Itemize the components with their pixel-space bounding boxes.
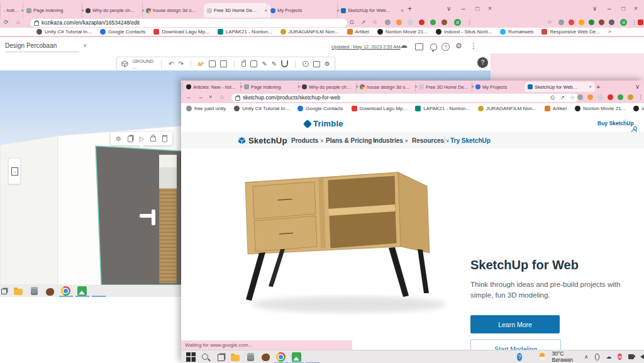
account-icon[interactable] [631, 126, 637, 132]
bookmark[interactable]: Google Contacts [100, 29, 146, 35]
chrome-icon[interactable] [276, 352, 286, 362]
nav-plans-pricing[interactable]: Plans & Pricing∨ [326, 137, 377, 144]
extension-icon[interactable] [430, 20, 436, 25]
menu-kebab-icon[interactable]: ⋮ [638, 94, 643, 100]
start-button[interactable] [186, 352, 196, 362]
buy-sketchup-link[interactable]: Buy SketchUp [597, 120, 634, 126]
database-app-icon[interactable] [247, 353, 254, 361]
fg-tab-house-design[interactable]: house design 3d onli... × [356, 82, 421, 92]
extension-icon[interactable] [628, 94, 633, 100]
backmost-star-icon[interactable]: ☆ [547, 20, 552, 25]
save-doc-icon[interactable] [209, 60, 216, 67]
updated-timestamp[interactable]: Updated : May 12, 2023 2:53 AM [331, 44, 401, 50]
lock-icon[interactable] [242, 62, 247, 67]
object-settings-icon[interactable]: ⚙ [116, 136, 121, 142]
nav-industries[interactable]: Industries∨ [373, 137, 408, 144]
extension-icon[interactable] [577, 94, 583, 100]
maximize-button[interactable]: □ [475, 5, 479, 12]
bookmark[interactable]: JURAGANFILM Non... [280, 29, 339, 35]
sync-tray-icon[interactable] [595, 354, 600, 360]
new-tab-button[interactable]: + [408, 4, 412, 13]
extension-icon[interactable] [558, 20, 564, 25]
bookmark-star-icon[interactable]: ☆ [372, 20, 377, 25]
home-icon[interactable]: ⌂ [220, 94, 223, 100]
backmost-kebab-icon[interactable]: ⋮ [631, 20, 637, 25]
floor-selector[interactable]: GROUND ... [133, 59, 154, 70]
tray-chevron-icon[interactable]: ∧ [584, 354, 589, 360]
gear-icon[interactable]: ⚙ [455, 42, 462, 50]
forward-icon[interactable]: → [197, 94, 203, 100]
extension-icon[interactable] [396, 20, 402, 25]
home-icon[interactable]: ⌂ [16, 20, 19, 25]
search-icon[interactable] [202, 352, 211, 362]
learn-more-button[interactable]: Learn More [470, 315, 560, 333]
bg-tab-free-3d-home-active[interactable]: Free 3D Home Desig... × [204, 3, 270, 18]
bg-address-bar[interactable]: kozikaza.com/en/kazaplan/16534248/edit [30, 19, 347, 27]
extension-icon[interactable] [587, 94, 593, 100]
fg-tab-free-3d-home[interactable]: Free 3D Home Desig... × [415, 82, 477, 92]
horse-app-icon[interactable] [46, 288, 54, 296]
catalog-icon[interactable] [220, 60, 227, 67]
bg-tab-sketchup[interactable]: SketchUp for Web | ... × [337, 3, 407, 18]
bg-tab-house-design[interactable]: house design 3d onli... × [142, 3, 209, 18]
bookmark[interactable]: LAPAK21 - Nonton... [415, 106, 470, 111]
extension-icon[interactable] [579, 20, 584, 25]
weather-icon[interactable] [540, 353, 545, 360]
extension-icon[interactable] [569, 20, 574, 25]
catalog-panel-toggle[interactable]: → [8, 158, 21, 184]
pen-icon[interactable]: ✎ [272, 61, 277, 67]
extension-icon[interactable] [408, 20, 413, 25]
extension-icon[interactable] [597, 94, 603, 100]
fg-tab-articles[interactable]: Articles: New - hotin... × [182, 82, 246, 92]
battery-icon[interactable] [628, 354, 634, 359]
tab-search-icon[interactable]: ∨ [447, 5, 451, 12]
extension-icon[interactable] [441, 20, 447, 25]
backmost-minimize-button[interactable]: – [608, 5, 611, 12]
lock-object-icon[interactable] [150, 137, 155, 142]
reload-icon[interactable]: ⟳ [4, 20, 9, 25]
bookmark[interactable]: Unity C# Tutorial In... [36, 29, 92, 35]
extension-icon[interactable] [618, 94, 623, 100]
settings-gear-icon[interactable]: ⚙ [325, 61, 330, 67]
bookmark[interactable]: Indoxxi - Situs Nont... [633, 106, 644, 111]
extension-icon[interactable] [385, 20, 391, 25]
bookmark[interactable]: JURAGANFILM Non... [478, 106, 536, 111]
extension-icon[interactable] [589, 20, 594, 25]
pencil-app-icon[interactable] [94, 286, 103, 296]
bookmark[interactable]: Rumahweb [500, 29, 533, 35]
share-icon[interactable]: ↗ [560, 95, 565, 101]
fg-tab-my-projects[interactable]: My Projects × [472, 82, 530, 92]
bookmark[interactable]: Artikel [347, 29, 369, 35]
floor-cube-icon[interactable] [121, 60, 128, 68]
back-icon[interactable]: ← [186, 94, 192, 100]
cloud-sync-icon[interactable]: ☁ [400, 42, 408, 49]
share-icon[interactable]: ↗ [361, 20, 366, 25]
file-explorer-icon[interactable] [14, 289, 23, 295]
bookmark[interactable]: Indoxxi - Situs Nont... [436, 29, 492, 35]
bookmark[interactable]: free paid unity [186, 106, 226, 111]
pinned-icon[interactable] [638, 20, 643, 25]
kazaplan-help-button[interactable]: ? [477, 57, 488, 68]
chrome-icon[interactable] [61, 286, 70, 296]
undo-icon[interactable]: ↶ [169, 61, 174, 67]
image-editor-icon[interactable] [292, 352, 301, 362]
backmost-chevron-icon[interactable]: ∨ [592, 5, 597, 12]
bg-tab-my-projects[interactable]: My Projects × [267, 3, 343, 18]
design-name-select[interactable]: Design Percobaan [5, 42, 79, 52]
red-h-tray-icon[interactable]: H [618, 354, 621, 360]
redo-icon[interactable]: ↷ [178, 61, 183, 67]
fg-address-bar[interactable]: sketchup.com/products/sketchup-for-web G… [231, 94, 579, 102]
bookmark[interactable]: Nonton Movie 21... [377, 29, 428, 35]
bookmark[interactable]: LAPAK21 - Nonton... [218, 29, 272, 35]
draw-icon[interactable]: ✎ [262, 61, 267, 67]
help-icon[interactable]: ? [441, 43, 450, 51]
nav-products[interactable]: Products∨ [291, 137, 323, 144]
close-tab-icon[interactable]: × [401, 8, 404, 13]
profile-avatar[interactable]: d [454, 19, 461, 26]
help-tray-icon[interactable]: ? [517, 353, 522, 361]
bookmarks-overflow-icon[interactable]: » [608, 29, 611, 35]
printer-icon[interactable] [313, 61, 320, 67]
magnet-icon[interactable] [281, 60, 288, 67]
bookmark[interactable]: Unity C# Tutorial In... [234, 106, 289, 111]
bell-icon[interactable] [430, 43, 437, 50]
